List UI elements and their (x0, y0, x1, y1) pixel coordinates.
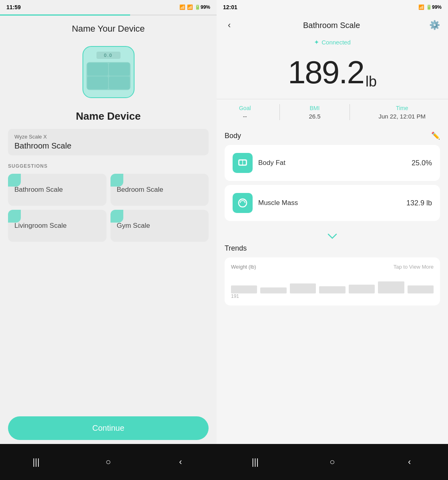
right-nav-home[interactable]: ○ (324, 454, 340, 470)
weight-unit: lb (366, 73, 377, 90)
scale-q2 (109, 63, 130, 76)
scale-image-container: 0.0 (0, 38, 217, 102)
chart-bar-2 (260, 287, 286, 293)
device-name-input-container[interactable]: Wyze Scale X Bathroom Scale (8, 129, 209, 155)
chart-bar-1 (231, 285, 257, 293)
left-page-title: Name Your Device (0, 16, 217, 38)
suggestion-livingroom[interactable]: Livingroom Scale (8, 210, 106, 242)
chart-bar-6 (378, 281, 404, 293)
suggestions-label: SUGGESTIONS (0, 155, 217, 174)
suggestion-bathroom-label: Bathroom Scale (14, 186, 63, 194)
muscle-mass-name: Muscle Mass (258, 199, 298, 207)
time-metric: Time Jun 22, 12:01 PM (378, 105, 426, 120)
right-page-title: Bathroom Scale (303, 21, 360, 30)
time-value: Jun 22, 12:01 PM (378, 113, 426, 120)
right-battery-icon: 🔋99% (426, 4, 442, 10)
body-section-title: Body (225, 132, 241, 140)
name-device-label: Name Device (0, 102, 217, 129)
scale-q3 (87, 76, 108, 89)
right-bottom-nav: ||| ○ ‹ (217, 444, 448, 480)
bmi-label: BMI (310, 105, 320, 111)
device-name-value: Bathroom Scale (14, 141, 202, 151)
suggestions-grid: Bathroom Scale Bedroom Scale Livingroom … (0, 174, 217, 242)
chart-bar-4 (319, 286, 345, 293)
suggestion-gym-label: Gym Scale (117, 222, 150, 230)
goal-label: Goal (239, 105, 251, 111)
bluetooth-label: Connected (321, 39, 351, 46)
bmi-value: 26.5 (309, 113, 320, 120)
scale-surface (86, 62, 131, 90)
suggestion-bathroom[interactable]: Bathroom Scale (8, 174, 106, 206)
scale-display: 0.0 (96, 52, 121, 59)
scale-icon: 0.0 (82, 46, 135, 98)
bluetooth-icon: ✦ (314, 38, 319, 46)
metrics-bar: Goal -- BMI 26.5 Time Jun 22, 12:01 PM (217, 99, 448, 125)
metric-divider-2 (350, 104, 350, 120)
back-button[interactable]: ‹ (225, 18, 234, 32)
left-panel: 11:59 📶 📶 🔋99% Name Your Device 0.0 Name… (0, 0, 217, 480)
scale-q1 (87, 63, 108, 76)
muscle-mass-card: Muscle Mass 132.9 lb (225, 185, 440, 221)
right-header: ‹ Bathroom Scale ⚙️ (217, 14, 448, 36)
status-bar-right: 12:01 📶 🔋99% (217, 0, 448, 14)
suggestion-bedroom-label: Bedroom Scale (117, 186, 163, 194)
chart-y-value: 191 (231, 293, 239, 299)
body-fat-icon (233, 153, 253, 173)
right-panel: 12:01 📶 🔋99% ‹ Bathroom Scale ⚙️ ✦ Conne… (217, 0, 448, 480)
muscle-mass-left: Muscle Mass (233, 193, 298, 213)
chart-header: Weight (lb) Tap to View More (231, 264, 434, 270)
chart-tap-label: Tap to View More (394, 264, 434, 270)
left-nav-back[interactable]: ‹ (173, 454, 189, 470)
suggestion-livingroom-label: Livingroom Scale (14, 222, 66, 230)
body-fat-name: Body Fat (258, 159, 285, 167)
body-fat-card: Body Fat 25.0% (225, 145, 440, 181)
left-status-icons: 📶 📶 🔋99% (179, 4, 210, 10)
body-fat-value: 25.0% (412, 159, 432, 167)
chart-bar-7 (408, 285, 434, 293)
trends-chart[interactable]: Weight (lb) Tap to View More 191 (225, 257, 440, 305)
metric-divider-1 (279, 104, 280, 120)
edit-icon[interactable]: ✏️ (431, 131, 440, 140)
left-time: 11:59 (6, 4, 21, 10)
trends-title: Trends (225, 244, 440, 253)
time-label: Time (396, 105, 408, 111)
right-nav-back[interactable]: ‹ (402, 454, 418, 470)
weight-display: 189.2lb (217, 50, 448, 99)
bluetooth-status: ✦ Connected (217, 36, 448, 50)
suggestion-gym[interactable]: Gym Scale (110, 210, 209, 242)
battery-icon: 🔋99% (195, 4, 210, 10)
settings-icon[interactable]: ⚙️ (429, 20, 440, 30)
signal-icon: 📶 (187, 4, 193, 10)
right-time: 12:01 (223, 4, 237, 10)
weight-value: 189.2 (288, 54, 364, 90)
status-bar-left: 11:59 📶 📶 🔋99% (0, 0, 217, 14)
chart-bar-3 (290, 283, 316, 293)
device-type-label: Wyze Scale X (14, 134, 202, 140)
wifi-icon: 📶 (179, 4, 185, 10)
trends-section: Trends Weight (lb) Tap to View More 191 (217, 244, 448, 305)
right-status-icons: 📶 🔋99% (418, 4, 442, 10)
scale-q4 (109, 76, 130, 89)
suggestion-corner-1 (8, 174, 21, 187)
goal-value: -- (243, 113, 247, 120)
left-bottom-nav: ||| ○ ‹ (0, 444, 217, 480)
right-wifi-icon: 📶 (418, 4, 424, 10)
bmi-metric: BMI 26.5 (309, 105, 320, 120)
continue-button[interactable]: Continue (8, 416, 209, 440)
body-section: Body ✏️ Body Fat 25.0% (217, 125, 448, 228)
muscle-mass-value: 132.9 lb (406, 199, 432, 207)
suggestion-corner-2 (110, 174, 123, 187)
left-nav-home[interactable]: ○ (100, 454, 116, 470)
right-nav-menu[interactable]: ||| (247, 454, 263, 470)
muscle-mass-icon (233, 193, 253, 213)
suggestion-bedroom[interactable]: Bedroom Scale (110, 174, 209, 206)
goal-metric: Goal -- (239, 105, 251, 120)
suggestion-corner-4 (110, 210, 123, 223)
body-section-header: Body ✏️ (225, 131, 440, 140)
chart-bar-5 (349, 285, 375, 293)
left-nav-menu[interactable]: ||| (28, 454, 44, 470)
expand-chevron[interactable] (217, 228, 448, 244)
chart-bars (231, 273, 434, 293)
body-fat-left: Body Fat (233, 153, 285, 173)
chart-axis-label: Weight (lb) (231, 264, 256, 270)
